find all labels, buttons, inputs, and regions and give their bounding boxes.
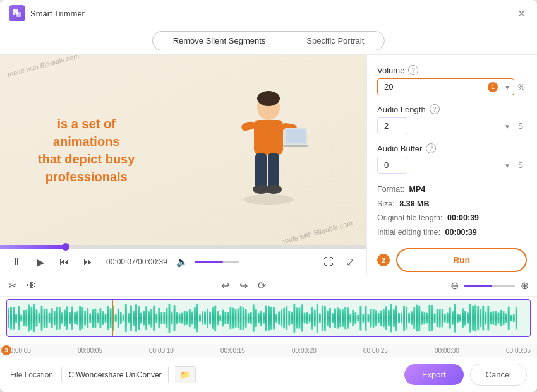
svg-rect-78: [166, 308, 167, 329]
init-time-row: Initial editing time: 00:00:39: [377, 225, 527, 240]
skip-back-button[interactable]: ⏮: [56, 253, 73, 271]
svg-rect-34: [54, 311, 56, 326]
play-button[interactable]: ▶: [32, 253, 49, 271]
svg-rect-74: [155, 313, 157, 323]
svg-rect-87: [189, 309, 191, 328]
audio-length-unit: S: [518, 122, 527, 131]
svg-rect-33: [51, 308, 53, 328]
audio-buffer-label-text: Audio Buffer: [377, 144, 422, 153]
svg-rect-196: [467, 312, 469, 324]
svg-rect-117: [265, 305, 267, 331]
svg-rect-69: [143, 311, 145, 325]
svg-rect-155: [362, 314, 364, 323]
svg-rect-26: [33, 304, 35, 332]
svg-rect-201: [480, 309, 481, 327]
progress-fill: [0, 245, 66, 249]
svg-rect-123: [281, 309, 282, 327]
volume-help-icon[interactable]: ?: [408, 65, 418, 75]
redo-button[interactable]: ↪: [238, 278, 250, 294]
svg-rect-77: [163, 312, 165, 324]
audio-length-select[interactable]: 2 1 3: [377, 117, 407, 134]
svg-rect-23: [25, 309, 27, 326]
undo-button[interactable]: ↩: [219, 278, 231, 294]
timeline-toolbar: ✂ 👁 ↩ ↪ ⟳ ⊖ ⊕: [0, 275, 537, 297]
audio-length-help-icon[interactable]: ?: [430, 104, 440, 114]
fullscreen-button[interactable]: ⤢: [341, 253, 359, 271]
ruler-mark-7: 00:00:35: [506, 347, 531, 354]
svg-rect-208: [498, 312, 500, 323]
run-button[interactable]: Run: [396, 248, 527, 272]
svg-rect-73: [153, 305, 155, 331]
svg-rect-16: [8, 308, 9, 328]
audio-length-field: Audio Length ? 2 1 3 ▼ S: [377, 104, 527, 134]
export-button[interactable]: Export: [404, 364, 464, 385]
zoom-slider[interactable]: [464, 285, 515, 287]
close-button[interactable]: ✕: [514, 6, 528, 20]
file-location-input[interactable]: [61, 367, 169, 383]
audio-buffer-help-icon[interactable]: ?: [426, 143, 436, 153]
zoom-out-button[interactable]: ⊖: [449, 278, 461, 294]
zoom-in-button[interactable]: ⊕: [519, 278, 531, 294]
progress-thumb[interactable]: [62, 243, 69, 251]
tab-remove-silent[interactable]: Remove Silent Segments: [152, 31, 286, 50]
svg-rect-51: [97, 313, 99, 324]
svg-rect-132: [304, 312, 306, 323]
svg-rect-197: [469, 304, 471, 333]
svg-rect-168: [395, 305, 397, 331]
svg-rect-44: [79, 306, 81, 330]
fit-screen-button[interactable]: ⛶: [320, 253, 337, 271]
svg-rect-194: [462, 308, 464, 328]
video-progress-bar[interactable]: [0, 245, 366, 249]
size-value: 8.38 MB: [399, 199, 429, 208]
svg-rect-210: [503, 311, 505, 325]
svg-rect-21: [20, 315, 22, 322]
eye-button[interactable]: 👁: [25, 278, 39, 294]
skip-forward-button[interactable]: ⏭: [80, 253, 97, 271]
file-info: Format: MP4 Size: 8.38 MB Original file …: [377, 182, 527, 239]
text-line2: animations: [53, 134, 120, 148]
pause-button[interactable]: ⏸: [8, 253, 25, 271]
svg-rect-153: [357, 315, 359, 322]
redo2-button[interactable]: ⟳: [256, 278, 268, 294]
svg-rect-71: [148, 311, 150, 325]
svg-rect-109: [245, 309, 247, 328]
svg-rect-146: [339, 309, 341, 328]
svg-rect-158: [370, 309, 372, 328]
waveform-track[interactable]: // Generate waveform bars const svgNS = …: [6, 299, 531, 337]
svg-rect-24: [28, 304, 30, 331]
svg-rect-82: [176, 312, 178, 324]
volume-field: Volume ? 1 ▼ %: [377, 65, 527, 95]
svg-rect-42: [74, 312, 76, 324]
svg-rect-184: [437, 309, 438, 328]
svg-rect-98: [217, 311, 219, 325]
svg-rect-193: [459, 314, 461, 321]
svg-rect-52: [99, 308, 101, 328]
volume-fill: [195, 261, 224, 263]
app-icon: +: [9, 5, 25, 21]
cut-button[interactable]: ✂: [6, 278, 18, 294]
run-badge: 2: [377, 254, 390, 266]
svg-rect-144: [334, 308, 336, 328]
svg-rect-90: [196, 304, 198, 333]
file-browse-button[interactable]: 📁: [175, 366, 196, 383]
svg-rect-18: [13, 307, 15, 329]
svg-rect-189: [449, 307, 451, 329]
svg-rect-36: [59, 307, 61, 330]
playhead[interactable]: [112, 299, 113, 337]
text-line1: is a set of: [57, 117, 116, 131]
controls-bar: ⏸ ▶ ⏮ ⏭ 00:00:07/00:00:39 🔈 ⛶ ⤢: [0, 249, 366, 275]
svg-rect-76: [160, 312, 162, 324]
svg-rect-45: [81, 307, 83, 330]
timeline-track: // Generate waveform bars const svgNS = …: [0, 297, 537, 344]
cancel-button[interactable]: Cancel: [470, 364, 527, 386]
svg-rect-159: [373, 309, 375, 328]
svg-rect-119: [270, 307, 272, 330]
volume-slider[interactable]: [195, 261, 239, 263]
audio-buffer-select[interactable]: 0 1 2: [377, 157, 407, 174]
svg-rect-191: [454, 304, 456, 333]
svg-rect-75: [158, 308, 160, 328]
svg-rect-95: [209, 312, 211, 325]
tab-specific-portrait[interactable]: Specific Portrait: [286, 31, 385, 50]
svg-rect-107: [240, 306, 242, 330]
audio-buffer-label: Audio Buffer ?: [377, 143, 527, 153]
